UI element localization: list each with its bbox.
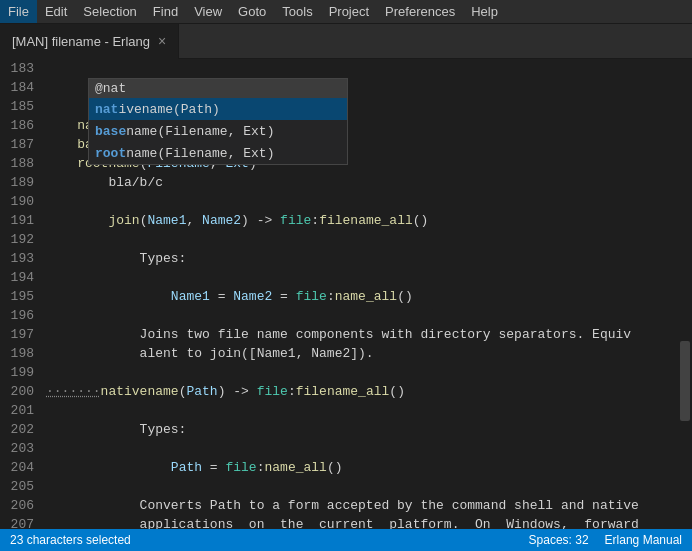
line-num-201: 201 [8,401,34,420]
code-line-193: Types: [42,249,678,268]
status-selection: 23 characters selected [10,533,131,547]
scrollbar[interactable] [678,59,692,529]
tab-close-button[interactable]: × [158,34,166,48]
tab-label: [MAN] filename - Erlang [12,34,150,49]
code-line-200: ·······nativename(Path) -> file:filename… [42,382,678,401]
status-bar: 23 characters selected Spaces: 32 Erlang… [0,529,692,551]
line-num-193: 193 [8,249,34,268]
ac-rest-2: name(Filename, Ext) [126,146,274,161]
menu-bar: File Edit Selection Find View Goto Tools… [0,0,692,24]
status-right: Spaces: 32 Erlang Manual [529,533,682,547]
line-num-206: 206 [8,496,34,515]
autocomplete-input[interactable] [95,81,341,96]
line-num-194: 194 [8,268,34,287]
scroll-thumb[interactable] [680,341,690,421]
menu-project[interactable]: Project [321,0,377,23]
code-line-205 [42,477,678,496]
code-line-183 [42,59,678,78]
tab-man-filename[interactable]: [MAN] filename - Erlang × [0,24,179,59]
ac-match-0: nat [95,102,118,117]
line-num-184: 184 [8,78,34,97]
line-num-190: 190 [8,192,34,211]
code-line-192 [42,230,678,249]
line-num-195: 195 [8,287,34,306]
line-num-183: 183 [8,59,34,78]
ac-rest-1: name(Filename, Ext) [126,124,274,139]
line-numbers: 183 184 185 186 187 188 189 190 191 192 … [0,59,42,529]
autocomplete-item-2[interactable]: rootname(Filename, Ext) [89,142,347,164]
code-line-199 [42,363,678,382]
line-num-188: 188 [8,154,34,173]
code-line-196 [42,306,678,325]
line-num-203: 203 [8,439,34,458]
menu-help[interactable]: Help [463,0,506,23]
autocomplete-item-1[interactable]: basename(Filename, Ext) [89,120,347,142]
menu-selection[interactable]: Selection [75,0,144,23]
menu-preferences[interactable]: Preferences [377,0,463,23]
code-line-201 [42,401,678,420]
status-spaces[interactable]: Spaces: 32 [529,533,589,547]
line-num-200: 200 [8,382,34,401]
code-line-190 [42,192,678,211]
tab-bar: [MAN] filename - Erlang × [0,24,692,59]
menu-goto[interactable]: Goto [230,0,274,23]
line-num-192: 192 [8,230,34,249]
code-line-198: alent to join([Name1, Name2]). [42,344,678,363]
line-num-191: 191 [8,211,34,230]
ac-match-1: base [95,124,126,139]
line-num-196: 196 [8,306,34,325]
line-num-199: 199 [8,363,34,382]
code-line-189: bla/b/c [42,173,678,192]
code-line-191: join(Name1, Name2) -> file:filename_all(… [42,211,678,230]
line-num-198: 198 [8,344,34,363]
line-num-189: 189 [8,173,34,192]
ac-rest-0: ivename(Path) [118,102,219,117]
autocomplete-dropdown: nativename(Path) basename(Filename, Ext)… [88,78,348,165]
editor-container: 183 184 185 186 187 188 189 190 191 192 … [0,59,692,529]
code-line-197: Joins two file name components with dire… [42,325,678,344]
menu-find[interactable]: Find [145,0,186,23]
line-num-204: 204 [8,458,34,477]
line-num-202: 202 [8,420,34,439]
code-line-207: applications on the current platform. On… [42,515,678,529]
line-num-205: 205 [8,477,34,496]
code-line-202: Types: [42,420,678,439]
line-num-187: 187 [8,135,34,154]
code-line-194 [42,268,678,287]
line-num-186: 186 [8,116,34,135]
status-mode[interactable]: Erlang Manual [605,533,682,547]
autocomplete-input-row [89,79,347,98]
line-num-185: 185 [8,97,34,116]
code-line-204: Path = file:name_all() [42,458,678,477]
editor-content[interactable]: nativename(Path) basename(Filename, Ext)… [42,59,678,529]
code-line-195: Name1 = Name2 = file:name_all() [42,287,678,306]
line-num-207: 207 [8,515,34,529]
menu-tools[interactable]: Tools [274,0,320,23]
code-line-203 [42,439,678,458]
menu-file[interactable]: File [0,0,37,23]
ac-match-2: root [95,146,126,161]
autocomplete-item-0[interactable]: nativename(Path) [89,98,347,120]
menu-view[interactable]: View [186,0,230,23]
menu-edit[interactable]: Edit [37,0,75,23]
line-num-197: 197 [8,325,34,344]
code-line-206: Converts Path to a form accepted by the … [42,496,678,515]
